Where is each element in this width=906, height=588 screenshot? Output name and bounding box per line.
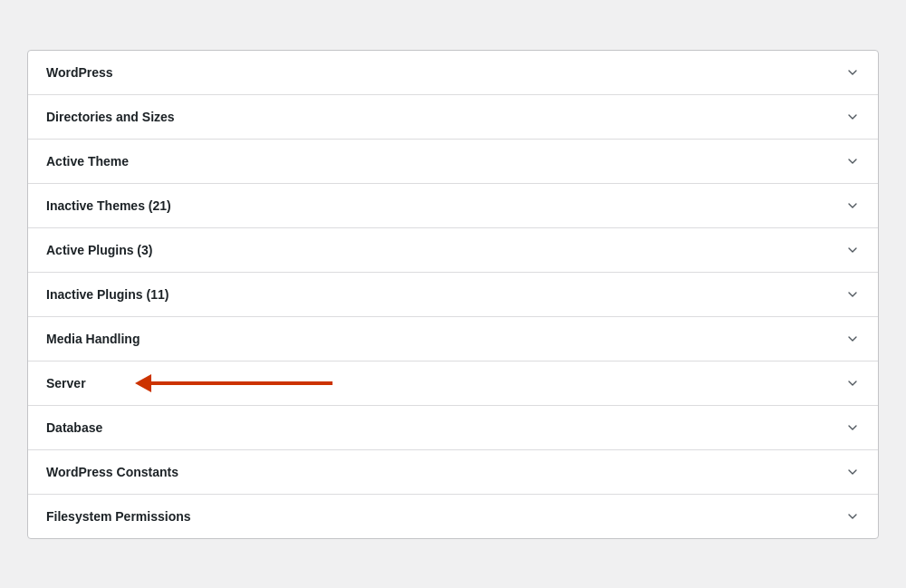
arrow-line bbox=[151, 381, 333, 385]
chevron-down-icon bbox=[845, 198, 860, 213]
chevron-down-icon bbox=[845, 420, 860, 435]
accordion-item-database: Database bbox=[28, 406, 878, 450]
accordion-item-server: Server bbox=[28, 361, 878, 406]
chevron-down-icon bbox=[845, 509, 860, 524]
accordion-header-active-theme[interactable]: Active Theme bbox=[28, 140, 878, 183]
arrow-annotation bbox=[137, 374, 333, 392]
accordion-label-active-theme: Active Theme bbox=[46, 154, 129, 169]
accordion-header-media-handling[interactable]: Media Handling bbox=[28, 317, 878, 361]
accordion-header-active-plugins[interactable]: Active Plugins (3) bbox=[28, 228, 878, 272]
accordion-header-database[interactable]: Database bbox=[28, 406, 878, 449]
accordion-header-inactive-themes[interactable]: Inactive Themes (21) bbox=[28, 184, 878, 227]
chevron-down-icon bbox=[845, 376, 860, 390]
accordion-label-filesystem-permissions: Filesystem Permissions bbox=[46, 509, 191, 524]
accordion-header-wordpress[interactable]: WordPress bbox=[28, 51, 878, 94]
accordion-label-wordpress: WordPress bbox=[46, 65, 113, 80]
chevron-down-icon bbox=[845, 243, 860, 257]
accordion-item-media-handling: Media Handling bbox=[28, 317, 878, 361]
accordion-header-filesystem-permissions[interactable]: Filesystem Permissions bbox=[28, 495, 878, 538]
accordion-item-active-theme: Active Theme bbox=[28, 140, 878, 184]
accordion-label-server: Server bbox=[46, 376, 86, 390]
accordion-label-wordpress-constants: WordPress Constants bbox=[46, 465, 178, 479]
chevron-down-icon bbox=[845, 465, 860, 479]
accordion-label-inactive-themes: Inactive Themes (21) bbox=[46, 198, 171, 213]
accordion-item-wordpress-constants: WordPress Constants bbox=[28, 450, 878, 495]
accordion-label-directories-and-sizes: Directories and Sizes bbox=[46, 110, 175, 124]
chevron-down-icon bbox=[845, 287, 860, 302]
accordion-header-directories-and-sizes[interactable]: Directories and Sizes bbox=[28, 95, 878, 139]
accordion-item-inactive-plugins: Inactive Plugins (11) bbox=[28, 273, 878, 317]
accordion-header-inactive-plugins[interactable]: Inactive Plugins (11) bbox=[28, 273, 878, 316]
accordion-label-active-plugins: Active Plugins (3) bbox=[46, 243, 152, 257]
accordion-item-wordpress: WordPress bbox=[28, 51, 878, 95]
accordion-item-directories-and-sizes: Directories and Sizes bbox=[28, 95, 878, 140]
accordion-label-inactive-plugins: Inactive Plugins (11) bbox=[46, 287, 169, 302]
chevron-down-icon bbox=[845, 110, 860, 124]
accordion-label-database: Database bbox=[46, 420, 102, 435]
chevron-down-icon bbox=[845, 154, 860, 169]
chevron-down-icon bbox=[845, 332, 860, 346]
accordion-container: WordPressDirectories and SizesActive The… bbox=[27, 50, 879, 539]
chevron-down-icon bbox=[845, 65, 860, 80]
accordion-label-media-handling: Media Handling bbox=[46, 332, 140, 346]
accordion-item-active-plugins: Active Plugins (3) bbox=[28, 228, 878, 273]
accordion-header-wordpress-constants[interactable]: WordPress Constants bbox=[28, 450, 878, 494]
arrow-head bbox=[135, 374, 151, 392]
accordion-item-inactive-themes: Inactive Themes (21) bbox=[28, 184, 878, 228]
accordion-item-filesystem-permissions: Filesystem Permissions bbox=[28, 495, 878, 538]
